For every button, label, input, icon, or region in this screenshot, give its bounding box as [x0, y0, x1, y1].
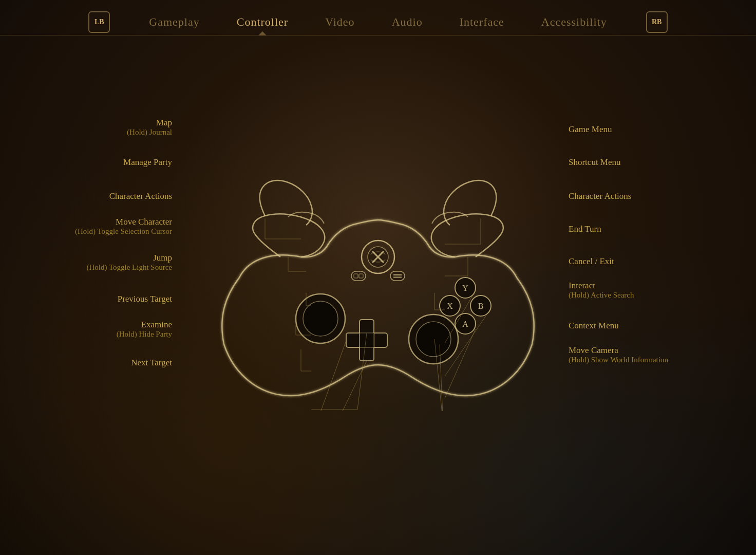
- label-examine: Examine (Hold) Hide Party: [117, 320, 172, 339]
- controller-svg: Y X B A: [209, 154, 547, 411]
- label-jump: Jump (Hold) Toggle Light Source: [86, 253, 172, 272]
- label-interact: Interact (Hold) Active Search: [569, 281, 634, 300]
- svg-rect-15: [360, 333, 374, 347]
- label-cancel-exit: Cancel / Exit: [569, 256, 614, 267]
- svg-line-36: [311, 341, 346, 411]
- tab-gameplay[interactable]: Gameplay: [130, 9, 218, 35]
- tab-accessibility[interactable]: Accessibility: [523, 9, 626, 35]
- label-next-target: Next Target: [131, 358, 172, 368]
- label-move-character: Move Character (Hold) Toggle Selection C…: [75, 217, 172, 236]
- svg-text:Y: Y: [462, 284, 468, 292]
- controller-diagram: Y X B A: [209, 154, 547, 411]
- svg-rect-2: [351, 271, 366, 281]
- lb-button[interactable]: LB: [88, 11, 110, 33]
- label-previous-target: Previous Target: [118, 294, 172, 304]
- label-character-actions-right: Character Actions: [569, 191, 631, 201]
- label-character-actions: Character Actions: [109, 191, 172, 201]
- tab-audio[interactable]: Audio: [373, 9, 441, 35]
- svg-point-12: [416, 322, 451, 357]
- svg-text:X: X: [447, 302, 453, 310]
- label-map: Map (Hold) Journal: [127, 118, 172, 137]
- label-end-turn: End Turn: [569, 224, 601, 234]
- tab-navigation: LB Gameplay Controller Video Audio Inter…: [0, 0, 756, 35]
- label-context-menu: Context Menu: [569, 321, 619, 331]
- svg-point-10: [303, 301, 338, 336]
- label-shortcut-menu: Shortcut Menu: [569, 157, 621, 168]
- rb-button[interactable]: RB: [646, 11, 668, 33]
- svg-text:B: B: [478, 302, 484, 310]
- label-move-camera: Move Camera (Hold) Show World Informatio…: [569, 345, 668, 364]
- tab-interface[interactable]: Interface: [441, 9, 523, 35]
- tab-video[interactable]: Video: [307, 9, 373, 35]
- label-game-menu: Game Menu: [569, 124, 612, 135]
- tab-controller[interactable]: Controller: [218, 9, 307, 35]
- label-manage-party: Manage Party: [123, 157, 172, 168]
- svg-text:A: A: [462, 320, 468, 328]
